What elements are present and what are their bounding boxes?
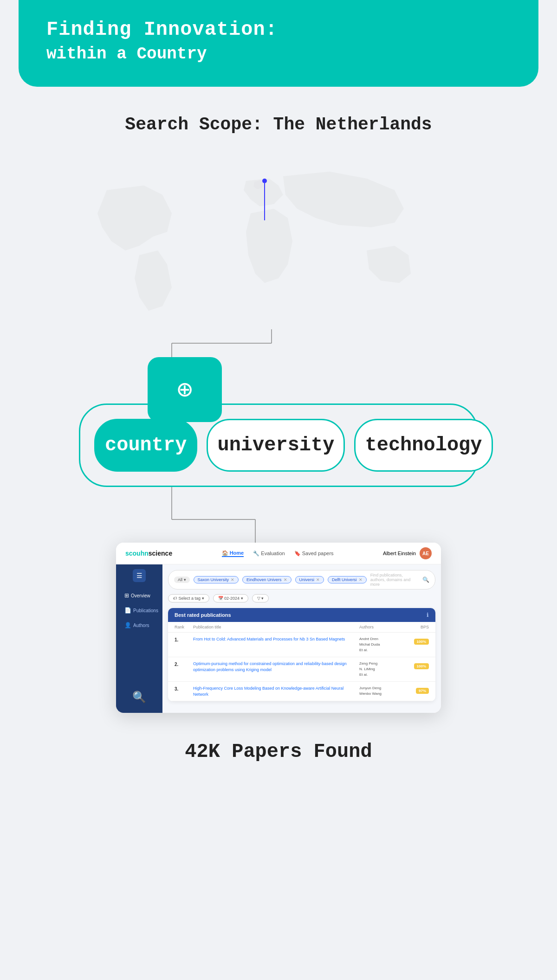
row1-title[interactable]: From Hot to Cold: Advanced Materials and… [193, 636, 359, 642]
connector-svg-top [79, 329, 478, 404]
category-country[interactable]: country [94, 419, 197, 472]
search-tag-delft: Delft Universi ✕ [328, 576, 367, 583]
overview-icon: ⊞ [124, 592, 129, 599]
row3-rank: 3. [175, 685, 193, 692]
row1-rank: 1. [175, 636, 193, 642]
page-wrapper: Finding Innovation: within a Country Sea… [0, 0, 557, 980]
row2-rank: 2. [175, 661, 193, 667]
category-technology[interactable]: technology [354, 419, 492, 472]
row3-title[interactable]: High-Frequency Core Loss Modeling Based … [193, 685, 359, 697]
row2-title[interactable]: Optimum-pursuing method for constrained … [193, 661, 359, 673]
mockup-main: All ▾ Saxon University ✕ Eindhoven Unive… [162, 564, 441, 713]
table-header: Best rated publications ℹ [168, 608, 435, 622]
sidebar-item-overview[interactable]: ⊞ Overview [121, 589, 158, 602]
world-map-svg [70, 153, 487, 329]
col-rank: Rank [175, 625, 193, 629]
remove-universi[interactable]: ✕ [316, 577, 320, 582]
publications-icon: 📄 [124, 607, 131, 614]
table-row: 1. From Hot to Cold: Advanced Materials … [168, 633, 435, 657]
illustration-icon: 🔍 [132, 691, 146, 704]
nav-evaluation[interactable]: 🔧 Evaluation [253, 551, 285, 557]
search-tag-universi: Universi ✕ [295, 576, 324, 583]
badge-100-1: 100% [414, 639, 429, 645]
top-connector: ⊕ [79, 329, 478, 404]
table-row: 2. Optimum-pursuing method for constrain… [168, 657, 435, 682]
header-subtitle: within a Country [46, 45, 511, 64]
remove-saxon[interactable]: ✕ [231, 577, 234, 582]
user-avatar: AE [420, 547, 432, 559]
content-area: Finding Innovation: within a Country Sea… [0, 0, 557, 828]
world-map [70, 153, 487, 329]
search-icon: ⊕ [177, 374, 193, 406]
map-pin [262, 179, 267, 220]
col-bps: BPS [406, 625, 429, 629]
sidebar-illustration: 🔍 [128, 686, 151, 708]
mockup-nav-links: 🏠 Home 🔧 Evaluation 🔖 Saved papers [222, 550, 334, 557]
header-banner: Finding Innovation: within a Country [19, 0, 538, 87]
table-info-icon[interactable]: ℹ [427, 612, 429, 618]
col-title: Publication title [193, 625, 359, 629]
badge-97: 97% [416, 688, 429, 694]
nav-saved-papers[interactable]: 🔖 Saved papers [294, 551, 334, 557]
all-filter[interactable]: All ▾ [174, 576, 190, 583]
sidebar-label-overview: Overview [131, 593, 150, 598]
header-title: Finding Innovation: [46, 19, 511, 41]
remove-eindhoven[interactable]: ✕ [284, 577, 287, 582]
sidebar-toggle[interactable]: ☰ [133, 569, 146, 582]
filter-date[interactable]: 📅 02-2024 ▾ [213, 594, 248, 602]
filter-row: 🏷 Select a tag ▾ 📅 02-2024 ▾ ▽ ▾ [168, 594, 435, 602]
search-magnifier-icon[interactable]: 🔍 [422, 576, 429, 583]
bottom-connector [79, 487, 478, 543]
connector-svg-bottom [79, 487, 478, 543]
app-mockup: scouhnscience 🏠 Home 🔧 Evaluation 🔖 Save… [116, 543, 441, 713]
logo-accent: scou [125, 550, 141, 557]
search-scope-label: Search Scope: The Netherlands [0, 115, 557, 135]
user-name: Albert Einstein [383, 551, 416, 556]
search-placeholder: Find publications, authors, domains and … [370, 573, 419, 587]
mockup-sidebar: ☰ ⊞ Overview 📄 Publications 👤 Authors [116, 564, 162, 713]
row2-bps: 100% [406, 661, 429, 669]
mockup-user: Albert Einstein AE [383, 547, 432, 559]
pin-dot [262, 179, 267, 183]
category-university[interactable]: university [207, 419, 345, 472]
papers-found-label: 42K Papers Found [0, 741, 557, 763]
table-row: 3. High-Frequency Core Loss Modeling Bas… [168, 682, 435, 701]
sidebar-label-authors: Authors [133, 623, 149, 628]
search-tag-saxon: Saxon University ✕ [194, 576, 239, 583]
sidebar-item-authors[interactable]: 👤 Authors [121, 619, 158, 631]
publications-table: Best rated publications ℹ Rank Publicati… [168, 608, 435, 701]
row1-authors: André DrenMichal DudaEt al. [359, 636, 406, 653]
search-tag-eindhoven: Eindhoven Univers ✕ [242, 576, 291, 583]
filter-sort[interactable]: ▽ ▾ [252, 594, 269, 602]
logo-highlight: hn [141, 550, 149, 557]
filter-tag[interactable]: 🏷 Select a tag ▾ [168, 594, 209, 602]
pin-line [264, 183, 265, 220]
mockup-logo: scouhnscience [125, 550, 172, 557]
nav-home[interactable]: 🏠 Home [222, 550, 244, 557]
mockup-navbar: scouhnscience 🏠 Home 🔧 Evaluation 🔖 Save… [116, 543, 441, 564]
sidebar-label-publications: Publications [133, 608, 158, 613]
row1-bps: 100% [406, 636, 429, 645]
row2-authors: Zeng PengN. LiMingEt al. [359, 661, 406, 678]
row3-bps: 97% [406, 685, 429, 694]
col-authors: Authors [359, 625, 406, 629]
categories-container: country university technology [79, 404, 478, 487]
badge-100-2: 100% [414, 663, 429, 669]
authors-icon: 👤 [124, 622, 131, 628]
table-columns: Rank Publication title Authors BPS [168, 622, 435, 633]
row3-authors: Junyun DengWenbo Wang [359, 685, 406, 697]
remove-delft[interactable]: ✕ [359, 577, 363, 582]
sidebar-item-publications[interactable]: 📄 Publications [121, 604, 158, 616]
table-title: Best rated publications [175, 612, 231, 618]
search-bar[interactable]: All ▾ Saxon University ✕ Eindhoven Unive… [168, 570, 435, 589]
mockup-body: ☰ ⊞ Overview 📄 Publications 👤 Authors [116, 564, 441, 713]
